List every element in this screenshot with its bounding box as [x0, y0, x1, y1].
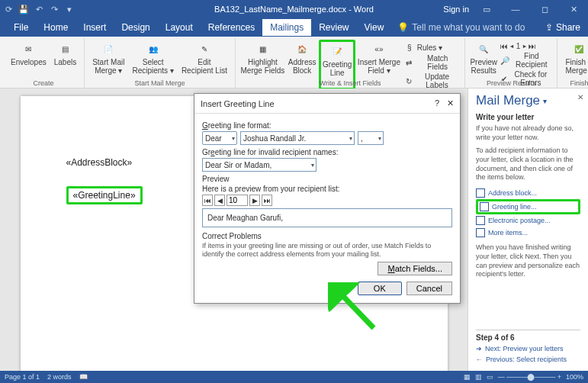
rules-button[interactable]: §Rules ▾ [403, 41, 460, 53]
tell-me[interactable]: 💡Tell me what you want to do [397, 22, 525, 33]
greeting-line-field[interactable]: «GreetingLine» [66, 186, 143, 204]
record-nav: ⏮ ◀ ▶ ⏭ [202, 195, 452, 206]
pane-greeting-line-link[interactable]: Greeting line... [476, 199, 580, 214]
page-label[interactable]: Page 1 of 1 [5, 373, 40, 381]
doc-icon [476, 228, 485, 237]
next-step-link[interactable]: ➔Next: Preview your letters [476, 343, 580, 354]
finish-merge-button[interactable]: ✅Finish & Merge ▾ [562, 40, 588, 76]
group-create-label: Create [3, 79, 84, 87]
ribbon-options-icon[interactable]: ▭ [475, 5, 498, 14]
rules-icon: § [404, 42, 415, 53]
pane-close-icon[interactable]: ✕ [577, 93, 583, 101]
view-read-icon[interactable]: ▦ [464, 373, 471, 381]
dialog-close-icon[interactable]: ✕ [447, 98, 454, 108]
pane-address-block-link[interactable]: Address block... [476, 187, 580, 199]
correct-label: Correct Problems [202, 232, 452, 240]
view-print-icon[interactable]: ▥ [475, 373, 482, 381]
document-title: BA132_LastName_Mailmerge.docx - Word [214, 5, 374, 14]
tab-review[interactable]: Review [311, 19, 356, 36]
envelopes-button[interactable]: ✉Envelopes [8, 40, 50, 68]
step-label: Step 4 of 6 [476, 333, 580, 342]
cancel-button[interactable]: Cancel [406, 282, 452, 295]
tab-references[interactable]: References [201, 19, 262, 36]
invalid-select[interactable]: Dear Sir or Madam, [202, 158, 316, 172]
greeting-icon: 📝 [329, 43, 345, 59]
pane-postage-link[interactable]: Electronic postage... [476, 214, 580, 227]
highlight-icon: ▦ [255, 41, 270, 56]
name-format-select[interactable]: Joshua Randall Jr. [240, 131, 355, 145]
tab-insert[interactable]: Insert [76, 19, 114, 36]
tab-mailings[interactable]: Mailings [262, 19, 311, 36]
edit-list-icon: ✎ [197, 41, 212, 56]
autosave-icon[interactable]: ⟳ [3, 4, 14, 14]
punct-select[interactable]: , [358, 131, 384, 145]
group-write-label: Write & Insert Fields [236, 79, 464, 87]
recipients-icon: 👥 [146, 41, 161, 56]
prev-step-link[interactable]: ←Previous: Select recipients [476, 354, 580, 365]
group-start-label: Start Mail Merge [85, 79, 235, 87]
doc-icon [476, 216, 485, 225]
tab-design[interactable]: Design [114, 19, 157, 36]
match-icon: ⇄ [404, 57, 415, 68]
dialog-help-icon[interactable]: ? [435, 98, 439, 108]
finish-icon: ✅ [571, 41, 586, 56]
next-record-button[interactable]: ▶ [249, 195, 260, 206]
maximize-icon[interactable]: ◻ [533, 5, 556, 14]
signin-link[interactable]: Sign in [443, 5, 469, 14]
view-web-icon[interactable]: ▭ [487, 373, 493, 381]
bulb-icon: 💡 [397, 22, 409, 33]
start-mail-merge-button[interactable]: 📄Start Mail Merge ▾ [89, 40, 127, 76]
correct-text: If items in your greeting line are missi… [202, 242, 452, 259]
tab-file[interactable]: File [6, 19, 36, 36]
preview-hint: Here is a preview from your recipient li… [202, 185, 452, 193]
ok-button[interactable]: OK [358, 282, 402, 295]
label-icon: ▤ [57, 41, 72, 56]
undo-icon[interactable]: ↶ [34, 4, 44, 14]
pane-text3: When you have finished writing your lett… [476, 243, 580, 279]
select-recipients-button[interactable]: 👥Select Recipients ▾ [129, 40, 176, 76]
ribbon: ✉Envelopes ▤Labels Create 📄Start Mail Me… [0, 37, 588, 89]
insert-greeting-line-dialog: Insert Greeting Line ?✕ Greeting line fo… [194, 93, 461, 304]
match-fields-button[interactable]: ⇄Match Fields [403, 53, 460, 72]
zoom-label[interactable]: 100% [566, 373, 583, 381]
word-count[interactable]: 2 words [47, 373, 72, 381]
salutation-select[interactable]: Dear [202, 131, 237, 145]
first-record-button[interactable]: ⏮ [202, 195, 213, 206]
record-nav[interactable]: ⏮ ◀ 1 ▶ ⏭ [499, 41, 552, 51]
invalid-label: Greeting line for invalid recipient name… [202, 148, 452, 156]
share-button[interactable]: ⇪Share [545, 22, 580, 33]
preview-label: Preview [202, 175, 452, 183]
arrow-left-icon: ← [476, 356, 483, 363]
dialog-title: Insert Greeting Line [201, 99, 275, 108]
redo-icon[interactable]: ↷ [49, 4, 59, 14]
share-icon: ⇪ [545, 22, 553, 33]
record-input[interactable] [227, 195, 248, 206]
qat-more-icon[interactable]: ▾ [64, 4, 75, 14]
proofing-icon[interactable]: 📖 [79, 373, 88, 381]
labels-button[interactable]: ▤Labels [51, 40, 79, 68]
pane-more-items-link[interactable]: More items... [476, 227, 580, 239]
prev-record-button[interactable]: ◀ [214, 195, 225, 206]
address-icon: 🏠 [294, 41, 310, 56]
tab-home[interactable]: Home [36, 19, 76, 36]
edit-recipient-list-button[interactable]: ✎Edit Recipient List [178, 40, 230, 76]
doc-icon [480, 202, 489, 211]
minimize-icon[interactable]: — [504, 5, 527, 14]
envelope-icon: ✉ [21, 41, 36, 56]
tab-layout[interactable]: Layout [158, 19, 201, 36]
format-label: Greeting line format: [202, 121, 452, 130]
find-recipient-button[interactable]: 🔎Find Recipient [499, 51, 552, 69]
save-icon[interactable]: 💾 [18, 4, 29, 14]
zoom-slider[interactable]: — ———⬤——— + [498, 373, 561, 381]
last-record-button[interactable]: ⏭ [262, 195, 272, 206]
tab-view[interactable]: View [357, 19, 392, 36]
close-icon[interactable]: ✕ [562, 5, 585, 14]
pane-text1: If you have not already done so, write y… [476, 124, 580, 142]
match-fields-appbutton[interactable]: Match Fields... [378, 262, 452, 275]
preview-box: Dear Meaghan Garufi, [202, 208, 452, 227]
pane-heading: Write your letter [476, 113, 580, 121]
pane-text2: To add recipient information to your let… [476, 146, 580, 182]
preview-icon: 🔍 [476, 41, 491, 56]
titlebar: ⟳ 💾 ↶ ↷ ▾ BA132_LastName_Mailmerge.docx … [0, 0, 588, 18]
pane-title: Mail Merge▾ [476, 93, 580, 108]
